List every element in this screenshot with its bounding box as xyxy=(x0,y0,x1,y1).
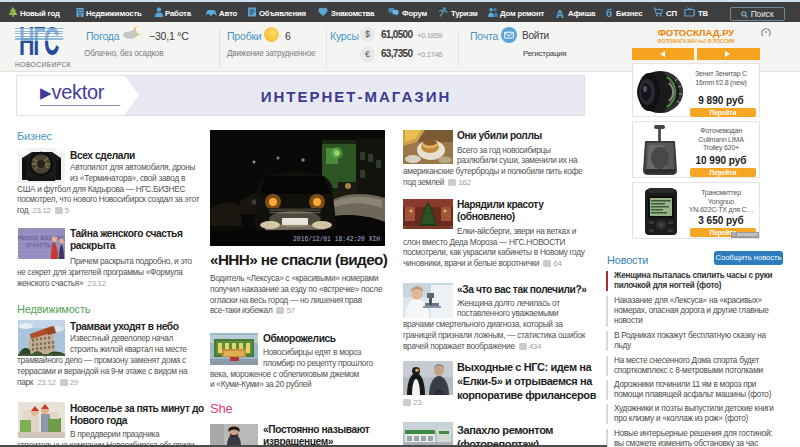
svg-text:2016/12/01 18:42:20 XIH: 2016/12/01 18:42:20 XIH xyxy=(293,236,380,243)
svg-text:СЧАСТЬЯ: СЧАСТЬЯ xyxy=(27,242,56,248)
svg-text:ФОРМУЛА ЖЕНСКОГО: ФОРМУЛА ЖЕНСКОГО xyxy=(18,235,65,241)
